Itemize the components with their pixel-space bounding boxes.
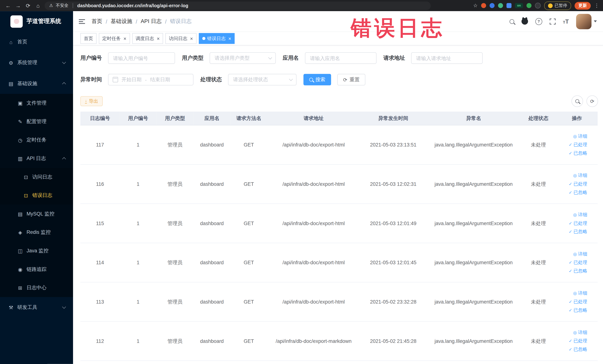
detail-link[interactable]: ◎详细 [573, 133, 587, 140]
help-icon[interactable]: ? [535, 18, 542, 25]
sidebar-item-trace[interactable]: ◉链路追踪 [0, 260, 73, 279]
table-cell: /api/infra/db-doc/export-html [267, 164, 360, 204]
close-tab-icon[interactable]: × [190, 36, 193, 41]
tab-access-log[interactable]: 访问日志× [165, 33, 197, 44]
table-cell: 1 [120, 282, 156, 322]
sidebar-item-dev-tools[interactable]: ⚒研发工具 [0, 297, 73, 318]
mark-ignored-link[interactable]: ✓已忽略 [569, 228, 587, 235]
browser-menu-icon[interactable]: ⋮ [594, 3, 599, 9]
table-cell: 未处理 [521, 321, 556, 361]
hamburger-icon[interactable] [79, 19, 85, 24]
update-button[interactable]: 更新 [575, 2, 591, 9]
search-icon[interactable] [509, 19, 514, 24]
mark-ignored-link[interactable]: ✓已忽略 [569, 307, 587, 314]
extension-icon[interactable] [535, 3, 541, 9]
mark-ignored-link[interactable]: ✓已忽略 [569, 150, 587, 156]
action-label: 已处理 [573, 141, 587, 148]
sidebar-item-error-log[interactable]: ⊡错误日志 [0, 186, 73, 205]
file-icon: ▣ [17, 100, 23, 106]
tab-error-log[interactable]: 错误日志× [199, 33, 235, 44]
table-cell: 117 [81, 125, 120, 164]
extension-icon[interactable] [498, 3, 503, 8]
close-tab-icon[interactable]: × [228, 36, 231, 41]
mark-ignored-link[interactable]: ✓已忽略 [569, 189, 587, 196]
user-avatar[interactable] [576, 14, 591, 29]
mark-processed-link[interactable]: ✓已处理 [569, 338, 587, 344]
sidebar-item-config-management[interactable]: ✎配置管理 [0, 112, 73, 131]
table-cell: /api/infra/db-doc/export-html [267, 243, 360, 282]
paused-badge[interactable]: 已暂停 [544, 1, 571, 10]
font-size-icon[interactable]: TT [563, 19, 569, 24]
extension-icon[interactable] [526, 3, 532, 8]
close-tab-icon[interactable]: × [123, 36, 127, 41]
user-type-select[interactable]: 请选择用户类型 [210, 52, 276, 64]
sidebar-item-access-log[interactable]: ⊡访问日志 [0, 168, 73, 186]
mark-ignored-link[interactable]: ✓已忽略 [569, 268, 587, 274]
detail-link[interactable]: ◎详细 [573, 211, 587, 218]
app-name-input[interactable] [305, 52, 376, 64]
browser-home-icon[interactable]: ⌂ [33, 2, 43, 9]
date-range-picker[interactable]: 开始日期 - 结束日期 [108, 74, 194, 85]
tab-label: 调度日志 [136, 35, 154, 42]
sidebar-item-mysql-monitor[interactable]: ▤MySQL 监控 [0, 205, 73, 223]
extension-on-badge[interactable]: on [515, 3, 523, 8]
cell-value: dashboard [200, 142, 223, 148]
tab-schedule-log[interactable]: 调度日志× [132, 33, 163, 44]
detail-link[interactable]: ◎详细 [573, 290, 587, 296]
table-cell: /api/infra/db-doc/export-html [267, 125, 360, 164]
mark-processed-link[interactable]: ✓已处理 [569, 259, 587, 266]
tab-home[interactable]: 首页 [81, 33, 97, 44]
detail-link[interactable]: ◎详细 [573, 251, 587, 257]
table-cell-actions: ◎详细✓已处理✓已忽略 [556, 164, 598, 204]
breadcrumb-item[interactable]: API 日志 [141, 18, 162, 25]
reset-button[interactable]: ⟳ 重置 [337, 74, 365, 85]
fullscreen-icon[interactable] [549, 18, 556, 24]
extension-icon[interactable] [489, 3, 495, 8]
cell-value: 2021-05-02 23:32:28 [370, 299, 416, 305]
sidebar-item-home[interactable]: ⌂首页 [0, 32, 73, 52]
extension-icon[interactable] [506, 3, 511, 8]
export-button[interactable]: ↓ 导出 [81, 96, 103, 106]
forward-icon[interactable]: → [13, 2, 23, 9]
mark-processed-link[interactable]: ✓已处理 [569, 220, 587, 227]
bookmark-star-icon[interactable]: ☆ [473, 3, 478, 9]
sidebar-logo: 芋道管理系统 [0, 11, 73, 32]
extension-icon[interactable] [481, 3, 486, 8]
sidebar-item-system-admin[interactable]: ⚙系统管理 [0, 52, 73, 73]
mark-processed-link[interactable]: ✓已处理 [569, 181, 587, 187]
cell-value: 2021-05-03 12:02:31 [370, 181, 416, 187]
mark-ignored-link[interactable]: ✓已忽略 [569, 346, 587, 353]
process-status-select[interactable]: 请选择处理状态 [228, 74, 296, 85]
github-icon[interactable] [522, 18, 528, 25]
sidebar-item-file-management[interactable]: ▣文件管理 [0, 94, 73, 112]
sidebar-item-redis-monitor[interactable]: ◈Redis 监控 [0, 223, 73, 242]
app-title: 芋道管理系统 [26, 18, 61, 25]
detail-link[interactable]: ◎详细 [573, 172, 587, 179]
request-url-input[interactable] [411, 52, 483, 64]
close-tab-icon[interactable]: × [157, 36, 160, 41]
sidebar-item-infrastructure[interactable]: ▤基础设施 [0, 73, 73, 94]
sidebar-item-java-monitor[interactable]: ◫Java 监控 [0, 242, 73, 260]
address-bar[interactable]: ⚠ 不安全 dashboard.yudao.iocoder.cn/infra/l… [45, 1, 431, 10]
breadcrumb-item[interactable]: 首页 [92, 18, 102, 25]
toggle-search-button[interactable] [571, 95, 583, 107]
sidebar-item-scheduled-tasks[interactable]: ◷定时任务 [0, 131, 73, 149]
table-cell-actions: ◎详细✓已处理✓已忽略 [556, 282, 598, 322]
cell-value: 2021-05-03 12:01:45 [370, 260, 416, 265]
user-id-input[interactable] [108, 52, 175, 64]
breadcrumb-item[interactable]: 基础设施 [111, 18, 132, 25]
reload-icon[interactable]: ⟳ [23, 2, 33, 9]
table-cell: 1 [120, 243, 156, 282]
back-icon[interactable]: ← [3, 2, 13, 9]
refresh-table-button[interactable]: ⟳ [587, 95, 598, 107]
sidebar-item-log-center[interactable]: ⊞日志中心 [0, 279, 73, 297]
table-cell: java.lang.IllegalArgumentException [427, 243, 521, 282]
sidebar-item-api-log[interactable]: ▥API 日志 [0, 149, 73, 168]
check-icon: ✓ [569, 269, 572, 273]
detail-link[interactable]: ◎详细 [573, 329, 587, 336]
tab-timed-task[interactable]: 定时任务× [99, 33, 130, 44]
search-button[interactable]: 搜索 [303, 74, 331, 85]
user-menu[interactable] [576, 14, 597, 29]
mark-processed-link[interactable]: ✓已处理 [569, 299, 587, 305]
mark-processed-link[interactable]: ✓已处理 [569, 141, 587, 148]
